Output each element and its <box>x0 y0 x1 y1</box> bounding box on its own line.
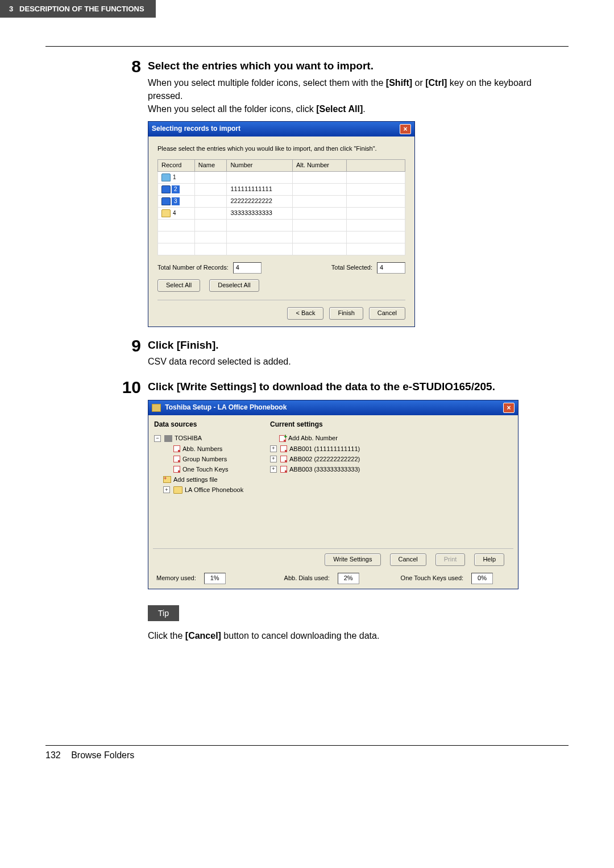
app-icon <box>152 404 161 412</box>
tree-item[interactable]: Add settings file <box>154 474 262 485</box>
dialog-titlebar: Selecting records to import × <box>148 122 414 137</box>
step-title: Click [Write Settings] to download the d… <box>148 379 569 395</box>
add-abb-icon <box>279 435 286 442</box>
tip-text: Click the [Cancel] button to cancel down… <box>148 629 569 642</box>
dialog-instruction: Please select the entries which you woul… <box>157 144 405 154</box>
step-text: CSV data record selected is added. <box>148 355 569 368</box>
dialog-title: Selecting records to import <box>152 124 240 134</box>
table-row[interactable]: 4 333333333333 <box>158 207 405 219</box>
expand-icon[interactable]: + <box>270 445 277 452</box>
col-record[interactable]: Record <box>158 160 195 172</box>
abb-dials-label: Abb. Dials used: <box>284 574 330 583</box>
tree-item[interactable]: + ABB003 (333333333333) <box>270 464 512 474</box>
total-selected-value: 4 <box>377 262 405 274</box>
folder-icon <box>161 197 171 205</box>
help-button[interactable]: Help <box>474 553 504 566</box>
card-icon <box>173 456 180 462</box>
step-title: Click [Finish]. <box>148 337 569 353</box>
finish-button[interactable]: Finish <box>329 307 363 320</box>
dialog-title: Toshiba Setup - LA Office Phonebook <box>165 403 287 411</box>
folder-icon <box>173 486 182 494</box>
totals-row: Total Number of Records: 4 Total Selecte… <box>157 262 405 274</box>
step-number: 10 <box>114 379 141 396</box>
page-number: 132 <box>45 750 61 760</box>
data-sources-tree: − TOSHIBA Abb. Numbers Group Numbers <box>154 433 262 495</box>
tree-item[interactable]: Add Abb. Number <box>270 433 512 443</box>
write-settings-button[interactable]: Write Settings <box>325 553 380 566</box>
tip-badge: Tip <box>148 605 179 621</box>
table-row[interactable]: 3 222222222222 <box>158 195 405 207</box>
step-10: 10 Click [Write Settings] to download th… <box>114 379 569 643</box>
step-text-2: When you select all the folder icons, cl… <box>148 102 569 115</box>
cancel-button[interactable]: Cancel <box>369 307 405 320</box>
section-header: 3 DESCRIPTION OF THE FUNCTIONS <box>0 0 156 18</box>
close-icon[interactable]: × <box>400 124 411 134</box>
tree-item[interactable]: + LA Office Phonebook <box>154 485 262 495</box>
card-icon <box>280 456 287 462</box>
data-sources-heading: Data sources <box>154 420 262 429</box>
step-number: 8 <box>114 58 141 75</box>
deselect-all-button[interactable]: Deselect All <box>209 279 259 292</box>
back-button[interactable]: < Back <box>287 307 323 320</box>
total-records-value: 4 <box>233 262 262 274</box>
otk-used-label: One Touch Keys used: <box>401 574 463 583</box>
tree-item[interactable]: One Touch Keys <box>154 464 262 474</box>
tree-item[interactable]: − TOSHIBA <box>154 433 262 443</box>
page-footer: 132 Browse Folders <box>45 750 569 760</box>
step-text: When you select multiple folder icons, s… <box>148 76 569 102</box>
card-icon <box>173 445 180 452</box>
current-settings-tree: Add Abb. Number + ABB001 (111111111111) … <box>270 433 512 474</box>
step-9: 9 Click [Finish]. CSV data record select… <box>114 337 569 369</box>
step-number: 9 <box>114 337 141 354</box>
tree-item[interactable]: Abb. Numbers <box>154 444 262 454</box>
table-row[interactable]: 1 <box>158 171 405 183</box>
tree-item[interactable]: + ABB002 (222222222222) <box>270 454 512 464</box>
card-icon <box>280 445 287 452</box>
expand-icon[interactable]: + <box>163 486 170 493</box>
section-number: 3 <box>9 5 13 13</box>
table-row[interactable]: 2 111111111111 <box>158 183 405 195</box>
card-icon <box>280 466 287 473</box>
current-settings-heading: Current settings <box>270 420 512 429</box>
otk-used-value: 0% <box>471 573 493 584</box>
abb-dials-value: 2% <box>338 573 359 584</box>
memory-used-value: 1% <box>204 573 226 584</box>
col-number[interactable]: Number <box>227 160 293 172</box>
folder-icon <box>161 209 171 217</box>
divider <box>45 745 569 746</box>
tree-item[interactable]: + ABB001 (111111111111) <box>270 444 512 454</box>
expand-icon[interactable]: + <box>270 456 277 462</box>
tree-item[interactable]: Group Numbers <box>154 454 262 464</box>
divider <box>45 46 569 47</box>
select-all-button[interactable]: Select All <box>157 279 200 292</box>
step-8: 8 Select the entries which you want to i… <box>114 58 569 327</box>
select-records-dialog: Selecting records to import × Please sel… <box>148 121 415 327</box>
dialog-titlebar: Toshiba Setup - LA Office Phonebook × <box>148 400 518 415</box>
cancel-button[interactable]: Cancel <box>390 553 426 566</box>
step-title: Select the entries which you want to imp… <box>148 58 569 74</box>
folder-icon <box>161 173 171 181</box>
memory-used-label: Memory used: <box>156 574 196 583</box>
folder-icon <box>161 185 171 193</box>
collapse-icon[interactable]: − <box>154 435 161 442</box>
add-file-icon <box>163 476 171 483</box>
card-icon <box>173 466 180 473</box>
col-name[interactable]: Name <box>194 160 227 172</box>
close-icon[interactable]: × <box>503 403 515 413</box>
total-selected-label: Total Selected: <box>331 263 372 272</box>
records-table: Record Name Number Alt. Number 1 <box>157 159 405 255</box>
setup-dialog: Toshiba Setup - LA Office Phonebook × Da… <box>148 400 518 589</box>
footer-label: Browse Folders <box>71 750 134 760</box>
printer-icon <box>164 435 172 442</box>
total-records-label: Total Number of Records: <box>157 263 229 272</box>
status-bar: Memory used: 1% Abb. Dials used: 2% One … <box>148 571 518 589</box>
col-alt[interactable]: Alt. Number <box>292 160 346 172</box>
section-title: DESCRIPTION OF THE FUNCTIONS <box>19 5 144 13</box>
print-button: Print <box>435 553 466 566</box>
expand-icon[interactable]: + <box>270 466 277 473</box>
